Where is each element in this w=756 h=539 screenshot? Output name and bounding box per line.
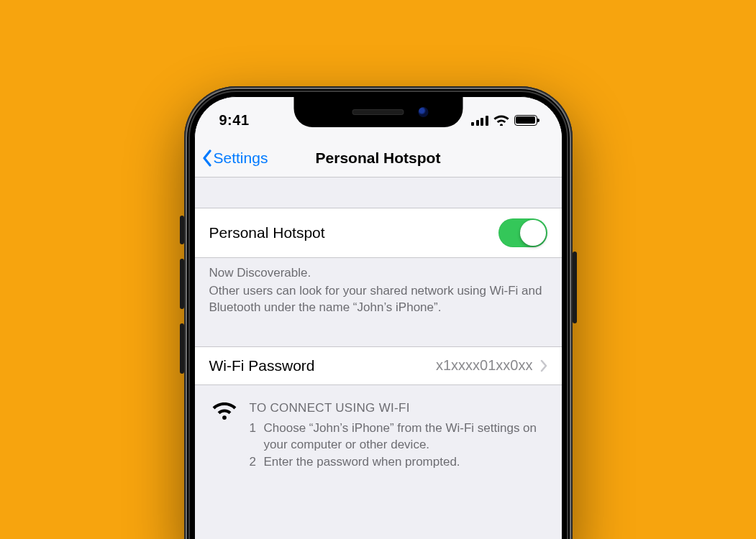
wifi-connect-instructions: TO CONNECT USING WI-FI 1 Choose “John’s … [195, 385, 562, 471]
status-time: 9:41 [219, 112, 250, 129]
wifi-icon [212, 401, 237, 420]
hotspot-toggle-label: Personal Hotspot [209, 224, 325, 241]
instruction-step-1: 1 Choose “John’s iPhone” from the Wi-Fi … [250, 420, 550, 454]
status-right-cluster [471, 114, 537, 126]
front-camera [418, 107, 428, 117]
notch [293, 97, 463, 127]
wifi-password-value: x1xxxx01xx0xx [436, 357, 533, 374]
discoverable-title: Now Discoverable. [209, 265, 547, 282]
side-button [573, 252, 577, 323]
back-button[interactable]: Settings [202, 149, 268, 167]
toggle-knob [520, 220, 546, 246]
wifi-password-label: Wi-Fi Password [209, 357, 315, 374]
wifi-password-row[interactable]: Wi-Fi Password x1xxxx01xx0xx [195, 346, 562, 385]
volume-down-button [180, 323, 184, 374]
chevron-left-icon [202, 149, 212, 167]
cellular-icon [471, 115, 488, 126]
discoverable-body: Other users can look for your shared net… [209, 283, 547, 316]
hotspot-footer-text: Now Discoverable. Other users can look f… [195, 258, 562, 316]
wifi-icon [493, 114, 509, 126]
earpiece-speaker [352, 109, 404, 115]
screen: 9:41 Settings Personal Hotspot [194, 96, 563, 539]
hotspot-toggle-row[interactable]: Personal Hotspot [195, 208, 562, 258]
back-label: Settings [214, 149, 268, 167]
silent-switch [180, 216, 184, 244]
iphone-device-frame: 9:41 Settings Personal Hotspot [184, 86, 573, 539]
instructions-heading: TO CONNECT USING WI-FI [250, 400, 550, 417]
chevron-right-icon [540, 359, 547, 372]
battery-icon [514, 115, 537, 126]
instruction-step-2: 2 Enter the password when prompted. [250, 453, 550, 471]
hotspot-toggle[interactable] [498, 218, 547, 247]
navigation-bar: Settings Personal Hotspot [195, 139, 562, 178]
volume-up-button [180, 259, 184, 309]
